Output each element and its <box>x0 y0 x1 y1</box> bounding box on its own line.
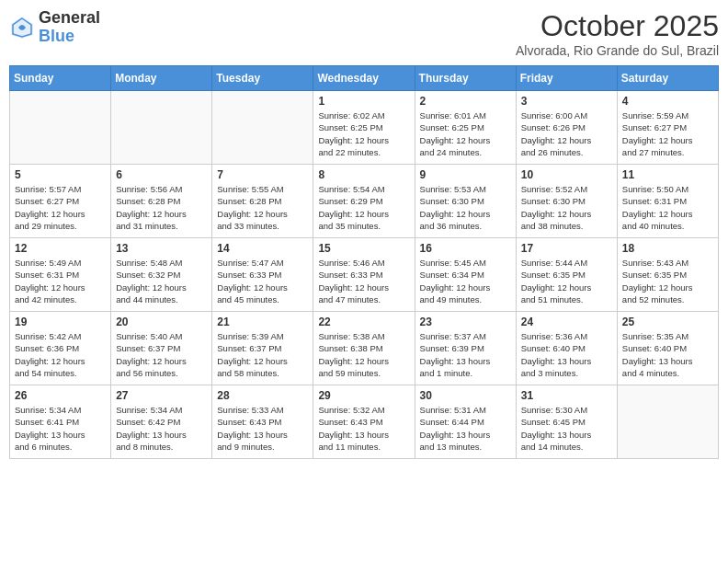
day-number: 1 <box>318 95 409 108</box>
day-number: 11 <box>622 168 713 181</box>
calendar-cell: 29Sunrise: 5:32 AMSunset: 6:43 PMDayligh… <box>313 385 415 459</box>
day-info: Sunrise: 5:38 AMSunset: 6:38 PMDaylight:… <box>318 330 409 379</box>
day-number: 29 <box>318 389 409 402</box>
day-number: 18 <box>622 242 713 255</box>
day-number: 28 <box>217 389 308 402</box>
day-info: Sunrise: 5:59 AMSunset: 6:27 PMDaylight:… <box>622 109 713 158</box>
calendar-cell: 16Sunrise: 5:45 AMSunset: 6:34 PMDayligh… <box>415 238 516 312</box>
calendar-cell: 2Sunrise: 6:01 AMSunset: 6:25 PMDaylight… <box>415 91 516 165</box>
calendar-cell: 11Sunrise: 5:50 AMSunset: 6:31 PMDayligh… <box>617 165 718 238</box>
day-info: Sunrise: 6:00 AMSunset: 6:26 PMDaylight:… <box>521 109 612 158</box>
day-info: Sunrise: 5:47 AMSunset: 6:33 PMDaylight:… <box>217 257 308 305</box>
calendar-table: SundayMondayTuesdayWednesdayThursdayFrid… <box>9 65 719 459</box>
day-number: 22 <box>318 316 409 328</box>
calendar-cell: 6Sunrise: 5:56 AMSunset: 6:28 PMDaylight… <box>111 165 212 238</box>
day-info: Sunrise: 5:48 AMSunset: 6:32 PMDaylight:… <box>116 257 207 305</box>
day-number: 12 <box>15 242 106 255</box>
calendar-cell: 25Sunrise: 5:35 AMSunset: 6:40 PMDayligh… <box>617 312 718 385</box>
calendar-cell: 23Sunrise: 5:37 AMSunset: 6:39 PMDayligh… <box>415 312 516 385</box>
calendar-week-5: 26Sunrise: 5:34 AMSunset: 6:41 PMDayligh… <box>10 385 719 459</box>
day-number: 7 <box>217 168 308 181</box>
day-number: 17 <box>521 242 612 255</box>
day-number: 9 <box>420 168 511 181</box>
day-number: 13 <box>116 242 207 255</box>
day-number: 10 <box>521 168 612 181</box>
day-number: 25 <box>622 316 713 328</box>
calendar-cell: 31Sunrise: 5:30 AMSunset: 6:45 PMDayligh… <box>516 385 617 459</box>
day-number: 23 <box>420 316 511 328</box>
day-info: Sunrise: 5:31 AMSunset: 6:44 PMDaylight:… <box>420 404 511 453</box>
day-number: 16 <box>420 242 511 255</box>
day-info: Sunrise: 5:44 AMSunset: 6:35 PMDaylight:… <box>521 257 612 305</box>
day-info: Sunrise: 5:57 AMSunset: 6:27 PMDaylight:… <box>15 183 106 232</box>
day-info: Sunrise: 5:34 AMSunset: 6:42 PMDaylight:… <box>116 404 207 453</box>
calendar-header-monday: Monday <box>111 66 212 91</box>
day-info: Sunrise: 5:37 AMSunset: 6:39 PMDaylight:… <box>420 330 511 379</box>
calendar-cell <box>617 385 718 459</box>
calendar-cell: 10Sunrise: 5:52 AMSunset: 6:30 PMDayligh… <box>516 165 617 238</box>
day-info: Sunrise: 5:30 AMSunset: 6:45 PMDaylight:… <box>521 404 612 453</box>
calendar-cell: 14Sunrise: 5:47 AMSunset: 6:33 PMDayligh… <box>212 238 313 312</box>
calendar-cell: 7Sunrise: 5:55 AMSunset: 6:28 PMDaylight… <box>212 165 313 238</box>
calendar-header-saturday: Saturday <box>617 66 718 91</box>
day-number: 27 <box>116 389 207 402</box>
day-number: 31 <box>521 389 612 402</box>
calendar-cell: 26Sunrise: 5:34 AMSunset: 6:41 PMDayligh… <box>10 385 111 459</box>
calendar-header-row: SundayMondayTuesdayWednesdayThursdayFrid… <box>10 66 719 91</box>
day-info: Sunrise: 5:42 AMSunset: 6:36 PMDaylight:… <box>15 330 106 379</box>
calendar-header-wednesday: Wednesday <box>313 66 415 91</box>
calendar-cell <box>10 91 111 165</box>
day-info: Sunrise: 5:33 AMSunset: 6:43 PMDaylight:… <box>217 404 308 453</box>
day-info: Sunrise: 5:55 AMSunset: 6:28 PMDaylight:… <box>217 183 308 232</box>
calendar-header-sunday: Sunday <box>10 66 111 91</box>
logo-icon <box>9 15 35 40</box>
calendar-cell <box>212 91 313 165</box>
calendar-header-friday: Friday <box>516 66 617 91</box>
day-info: Sunrise: 5:43 AMSunset: 6:35 PMDaylight:… <box>622 257 713 305</box>
day-number: 20 <box>116 316 207 328</box>
calendar-week-3: 12Sunrise: 5:49 AMSunset: 6:31 PMDayligh… <box>10 238 719 312</box>
day-number: 5 <box>15 168 106 181</box>
calendar-cell: 3Sunrise: 6:00 AMSunset: 6:26 PMDaylight… <box>516 91 617 165</box>
day-info: Sunrise: 5:34 AMSunset: 6:41 PMDaylight:… <box>15 404 106 453</box>
calendar-cell: 1Sunrise: 6:02 AMSunset: 6:25 PMDaylight… <box>313 91 415 165</box>
calendar-cell: 28Sunrise: 5:33 AMSunset: 6:43 PMDayligh… <box>212 385 313 459</box>
calendar-cell: 9Sunrise: 5:53 AMSunset: 6:30 PMDaylight… <box>415 165 516 238</box>
calendar-cell: 8Sunrise: 5:54 AMSunset: 6:29 PMDaylight… <box>313 165 415 238</box>
day-number: 26 <box>15 389 106 402</box>
day-info: Sunrise: 5:52 AMSunset: 6:30 PMDaylight:… <box>521 183 612 232</box>
calendar-cell: 17Sunrise: 5:44 AMSunset: 6:35 PMDayligh… <box>516 238 617 312</box>
day-info: Sunrise: 5:53 AMSunset: 6:30 PMDaylight:… <box>420 183 511 232</box>
day-info: Sunrise: 5:56 AMSunset: 6:28 PMDaylight:… <box>116 183 207 232</box>
calendar-cell: 27Sunrise: 5:34 AMSunset: 6:42 PMDayligh… <box>111 385 212 459</box>
calendar-cell: 20Sunrise: 5:40 AMSunset: 6:37 PMDayligh… <box>111 312 212 385</box>
page-header: General Blue October 2025 Alvorada, Rio … <box>9 9 719 58</box>
day-info: Sunrise: 5:36 AMSunset: 6:40 PMDaylight:… <box>521 330 612 379</box>
calendar-header-thursday: Thursday <box>415 66 516 91</box>
day-info: Sunrise: 5:50 AMSunset: 6:31 PMDaylight:… <box>622 183 713 232</box>
calendar-cell: 24Sunrise: 5:36 AMSunset: 6:40 PMDayligh… <box>516 312 617 385</box>
day-info: Sunrise: 6:01 AMSunset: 6:25 PMDaylight:… <box>420 109 511 158</box>
location: Alvorada, Rio Grande do Sul, Brazil <box>516 43 719 58</box>
calendar-cell: 21Sunrise: 5:39 AMSunset: 6:37 PMDayligh… <box>212 312 313 385</box>
day-number: 14 <box>217 242 308 255</box>
calendar-week-2: 5Sunrise: 5:57 AMSunset: 6:27 PMDaylight… <box>10 165 719 238</box>
day-number: 4 <box>622 95 713 108</box>
day-number: 8 <box>318 168 409 181</box>
calendar-header-tuesday: Tuesday <box>212 66 313 91</box>
day-info: Sunrise: 5:54 AMSunset: 6:29 PMDaylight:… <box>318 183 409 232</box>
day-info: Sunrise: 5:45 AMSunset: 6:34 PMDaylight:… <box>420 257 511 305</box>
day-info: Sunrise: 5:39 AMSunset: 6:37 PMDaylight:… <box>217 330 308 379</box>
day-number: 30 <box>420 389 511 402</box>
title-block: October 2025 Alvorada, Rio Grande do Sul… <box>516 9 719 58</box>
day-info: Sunrise: 5:40 AMSunset: 6:37 PMDaylight:… <box>116 330 207 379</box>
day-number: 3 <box>521 95 612 108</box>
day-number: 2 <box>420 95 511 108</box>
day-info: Sunrise: 6:02 AMSunset: 6:25 PMDaylight:… <box>318 109 409 158</box>
day-info: Sunrise: 5:49 AMSunset: 6:31 PMDaylight:… <box>15 257 106 305</box>
calendar-cell: 12Sunrise: 5:49 AMSunset: 6:31 PMDayligh… <box>10 238 111 312</box>
calendar-cell: 15Sunrise: 5:46 AMSunset: 6:33 PMDayligh… <box>313 238 415 312</box>
day-number: 19 <box>15 316 106 328</box>
calendar-cell: 13Sunrise: 5:48 AMSunset: 6:32 PMDayligh… <box>111 238 212 312</box>
calendar-cell: 5Sunrise: 5:57 AMSunset: 6:27 PMDaylight… <box>10 165 111 238</box>
